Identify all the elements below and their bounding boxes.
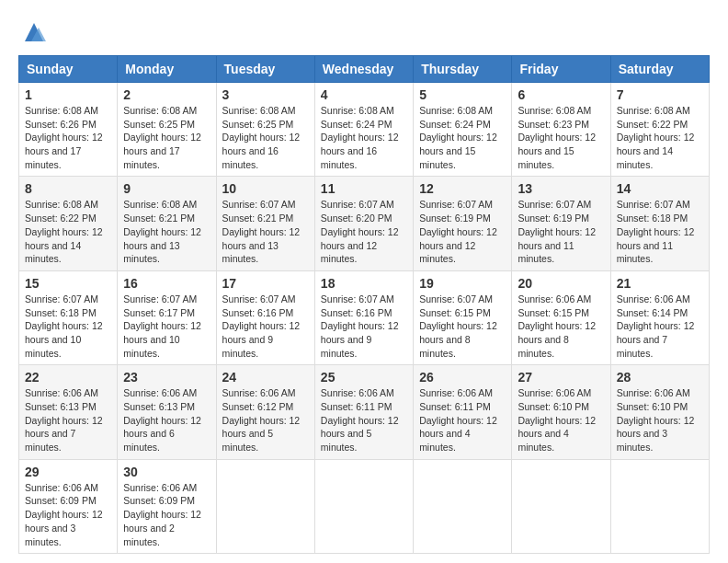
calendar-cell: 4Sunrise: 6:08 AMSunset: 6:24 PMDaylight…	[314, 83, 413, 177]
calendar-row-0: 1Sunrise: 6:08 AMSunset: 6:26 PMDaylight…	[19, 83, 710, 177]
day-info: Sunrise: 6:06 AMSunset: 6:12 PMDaylight …	[222, 386, 309, 454]
day-info: Sunrise: 6:06 AMSunset: 6:11 PMDaylight …	[419, 386, 506, 454]
header	[18, 18, 710, 46]
day-number: 10	[222, 181, 309, 196]
day-info: Sunrise: 6:08 AMSunset: 6:26 PMDaylight …	[25, 104, 111, 171]
day-info: Sunrise: 6:07 AMSunset: 6:17 PMDaylight …	[123, 293, 210, 360]
day-info: Sunrise: 6:06 AMSunset: 6:13 PMDaylight …	[123, 386, 210, 454]
weekday-header-sunday: Sunday	[19, 56, 118, 83]
calendar-table: SundayMondayTuesdayWednesdayThursdayFrid…	[18, 55, 710, 554]
day-info: Sunrise: 6:06 AMSunset: 6:09 PMDaylight …	[25, 481, 111, 548]
weekday-header-row: SundayMondayTuesdayWednesdayThursdayFrid…	[19, 56, 710, 83]
day-info: Sunrise: 6:06 AMSunset: 6:15 PMDaylight …	[518, 293, 604, 360]
day-number: 26	[419, 370, 506, 385]
day-info: Sunrise: 6:06 AMSunset: 6:09 PMDaylight …	[123, 481, 210, 548]
calendar-cell: 10Sunrise: 6:07 AMSunset: 6:21 PMDayligh…	[216, 177, 314, 270]
day-number: 5	[419, 87, 506, 102]
day-number: 30	[123, 465, 210, 479]
day-info: Sunrise: 6:08 AMSunset: 6:22 PMDaylight …	[25, 198, 111, 265]
day-number: 11	[321, 181, 407, 196]
day-number: 4	[321, 87, 407, 102]
calendar-row-4: 29Sunrise: 6:06 AMSunset: 6:09 PMDayligh…	[19, 459, 710, 553]
calendar-cell: 24Sunrise: 6:06 AMSunset: 6:12 PMDayligh…	[216, 365, 314, 459]
day-number: 3	[222, 87, 309, 102]
calendar-cell: 7Sunrise: 6:08 AMSunset: 6:22 PMDaylight…	[610, 83, 709, 177]
calendar-cell: 30Sunrise: 6:06 AMSunset: 6:09 PMDayligh…	[118, 459, 216, 553]
day-number: 23	[123, 370, 210, 385]
day-info: Sunrise: 6:06 AMSunset: 6:14 PMDaylight …	[617, 293, 703, 360]
calendar-cell: 9Sunrise: 6:08 AMSunset: 6:21 PMDaylight…	[118, 177, 216, 270]
weekday-header-saturday: Saturday	[610, 56, 709, 83]
calendar-cell: 13Sunrise: 6:07 AMSunset: 6:19 PMDayligh…	[512, 177, 610, 270]
calendar-cell: 18Sunrise: 6:07 AMSunset: 6:16 PMDayligh…	[314, 270, 413, 364]
day-info: Sunrise: 6:08 AMSunset: 6:23 PMDaylight …	[518, 104, 604, 171]
calendar-cell: 2Sunrise: 6:08 AMSunset: 6:25 PMDaylight…	[118, 83, 216, 177]
calendar-cell: 19Sunrise: 6:07 AMSunset: 6:15 PMDayligh…	[414, 270, 512, 364]
day-number: 15	[25, 276, 111, 291]
day-number: 1	[25, 87, 111, 102]
calendar-cell: 3Sunrise: 6:08 AMSunset: 6:25 PMDaylight…	[216, 83, 314, 177]
day-info: Sunrise: 6:08 AMSunset: 6:25 PMDaylight …	[222, 104, 309, 171]
calendar-cell: 17Sunrise: 6:07 AMSunset: 6:16 PMDayligh…	[216, 270, 314, 364]
calendar-cell: 28Sunrise: 6:06 AMSunset: 6:10 PMDayligh…	[610, 365, 709, 459]
calendar-cell: 11Sunrise: 6:07 AMSunset: 6:20 PMDayligh…	[314, 177, 413, 270]
day-number: 6	[518, 87, 604, 102]
day-number: 14	[617, 181, 703, 196]
calendar-cell: 12Sunrise: 6:07 AMSunset: 6:19 PMDayligh…	[414, 177, 512, 270]
calendar-cell: 23Sunrise: 6:06 AMSunset: 6:13 PMDayligh…	[118, 365, 216, 459]
calendar-row-3: 22Sunrise: 6:06 AMSunset: 6:13 PMDayligh…	[19, 365, 710, 459]
weekday-header-wednesday: Wednesday	[314, 56, 413, 83]
logo-icon	[20, 18, 48, 46]
day-info: Sunrise: 6:07 AMSunset: 6:15 PMDaylight …	[419, 293, 506, 360]
calendar-cell: 5Sunrise: 6:08 AMSunset: 6:24 PMDaylight…	[414, 83, 512, 177]
day-number: 12	[419, 181, 506, 196]
day-number: 13	[518, 181, 604, 196]
calendar-cell: 29Sunrise: 6:06 AMSunset: 6:09 PMDayligh…	[19, 459, 118, 553]
day-number: 20	[518, 276, 604, 291]
day-number: 21	[617, 276, 703, 291]
weekday-header-monday: Monday	[118, 56, 216, 83]
calendar-cell: 25Sunrise: 6:06 AMSunset: 6:11 PMDayligh…	[314, 365, 413, 459]
calendar-cell: 6Sunrise: 6:08 AMSunset: 6:23 PMDaylight…	[512, 83, 610, 177]
day-number: 24	[222, 370, 309, 385]
day-info: Sunrise: 6:07 AMSunset: 6:18 PMDaylight …	[617, 198, 703, 265]
day-number: 9	[123, 181, 210, 196]
day-number: 19	[419, 276, 506, 291]
day-info: Sunrise: 6:08 AMSunset: 6:24 PMDaylight …	[321, 104, 407, 171]
calendar-cell	[610, 459, 709, 553]
day-info: Sunrise: 6:07 AMSunset: 6:16 PMDaylight …	[321, 293, 407, 360]
day-number: 2	[123, 87, 210, 102]
calendar-cell	[216, 459, 314, 553]
day-number: 28	[617, 370, 703, 385]
day-info: Sunrise: 6:07 AMSunset: 6:18 PMDaylight …	[25, 293, 111, 360]
weekday-header-friday: Friday	[512, 56, 610, 83]
day-number: 16	[123, 276, 210, 291]
calendar-cell	[414, 459, 512, 553]
weekday-header-tuesday: Tuesday	[216, 56, 314, 83]
calendar-cell: 8Sunrise: 6:08 AMSunset: 6:22 PMDaylight…	[19, 177, 118, 270]
day-number: 17	[222, 276, 309, 291]
calendar-cell: 21Sunrise: 6:06 AMSunset: 6:14 PMDayligh…	[610, 270, 709, 364]
day-info: Sunrise: 6:06 AMSunset: 6:13 PMDaylight …	[25, 386, 111, 454]
day-info: Sunrise: 6:06 AMSunset: 6:11 PMDaylight …	[321, 386, 407, 454]
day-info: Sunrise: 6:07 AMSunset: 6:19 PMDaylight …	[518, 198, 604, 265]
calendar-row-1: 8Sunrise: 6:08 AMSunset: 6:22 PMDaylight…	[19, 177, 710, 270]
day-number: 27	[518, 370, 604, 385]
day-number: 8	[25, 181, 111, 196]
day-info: Sunrise: 6:08 AMSunset: 6:22 PMDaylight …	[617, 104, 703, 171]
day-info: Sunrise: 6:06 AMSunset: 6:10 PMDaylight …	[617, 386, 703, 454]
calendar-cell: 14Sunrise: 6:07 AMSunset: 6:18 PMDayligh…	[610, 177, 709, 270]
calendar-cell: 22Sunrise: 6:06 AMSunset: 6:13 PMDayligh…	[19, 365, 118, 459]
day-number: 7	[617, 87, 703, 102]
day-number: 29	[25, 465, 111, 479]
day-number: 18	[321, 276, 407, 291]
calendar-cell: 27Sunrise: 6:06 AMSunset: 6:10 PMDayligh…	[512, 365, 610, 459]
day-info: Sunrise: 6:08 AMSunset: 6:25 PMDaylight …	[123, 104, 210, 171]
day-info: Sunrise: 6:07 AMSunset: 6:20 PMDaylight …	[321, 198, 407, 265]
calendar-cell: 26Sunrise: 6:06 AMSunset: 6:11 PMDayligh…	[414, 365, 512, 459]
weekday-header-thursday: Thursday	[414, 56, 512, 83]
calendar-cell: 1Sunrise: 6:08 AMSunset: 6:26 PMDaylight…	[19, 83, 118, 177]
logo	[18, 18, 48, 46]
calendar-cell	[314, 459, 413, 553]
day-number: 25	[321, 370, 407, 385]
